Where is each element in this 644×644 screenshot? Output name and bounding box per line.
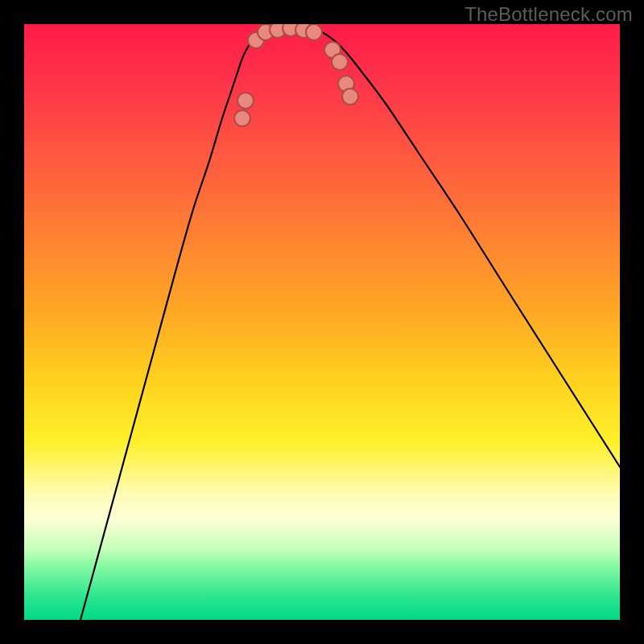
curve-markers [234,24,358,126]
curve-marker [248,32,264,48]
chart-svg [24,24,620,620]
curve-marker [283,24,299,36]
curve-marker [295,24,312,38]
curve-marker [237,93,254,109]
curve-marker [258,24,274,40]
plot-area [24,24,620,620]
curve-marker [306,24,322,40]
curve-marker [324,42,341,58]
curve-marker [338,76,354,92]
curve-marker [234,110,250,126]
watermark-text: TheBottleneck.com [464,3,633,26]
v-curve-line [80,26,620,620]
curve-marker [332,54,348,70]
curve-marker [342,89,358,105]
chart-container: TheBottleneck.com [0,0,644,644]
curve-marker [270,24,286,38]
